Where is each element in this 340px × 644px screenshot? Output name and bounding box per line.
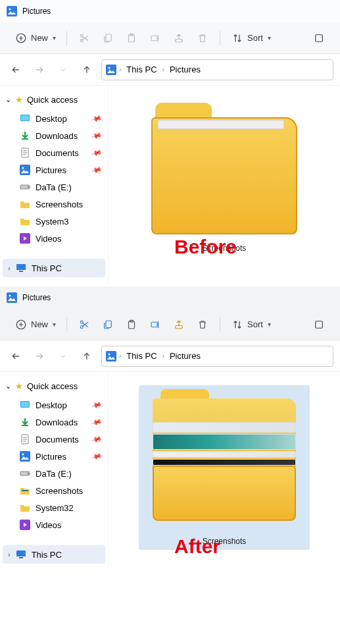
- view-icon: [312, 32, 326, 45]
- sidebar-item-downloads[interactable]: Downloads📌: [3, 414, 105, 431]
- sidebar-item-label: DaTa (E:): [36, 469, 72, 479]
- chevron-down-icon: ⌄: [5, 95, 11, 104]
- sidebar-item-videos[interactable]: Videos: [3, 516, 105, 533]
- svg-rect-8: [151, 36, 157, 41]
- svg-rect-45: [16, 550, 26, 556]
- rename-button[interactable]: [143, 314, 167, 335]
- svg-rect-10: [316, 34, 323, 41]
- paste-button[interactable]: [120, 28, 143, 49]
- svg-rect-37: [21, 402, 29, 407]
- sort-button[interactable]: Sort ▾: [226, 28, 276, 49]
- sort-button[interactable]: Sort ▾: [226, 314, 276, 335]
- sidebar-item-label: Desktop: [36, 400, 67, 410]
- svg-rect-16: [20, 165, 30, 175]
- svg-point-40: [22, 454, 24, 456]
- sidebar-item-downloads[interactable]: Downloads📌: [3, 127, 105, 144]
- copy-button[interactable]: [96, 314, 120, 335]
- svg-rect-23: [7, 292, 17, 303]
- sidebar-item-screenshots[interactable]: Screenshots: [3, 482, 105, 499]
- sidebar-this-pc[interactable]: › This PC: [3, 545, 105, 564]
- sidebar-item-system[interactable]: System3: [3, 213, 105, 230]
- delete-button[interactable]: [191, 28, 214, 49]
- up-button[interactable]: [78, 61, 96, 79]
- pin-icon: 📌: [91, 399, 103, 411]
- quick-access-header[interactable]: ⌄ ★ Quick access: [3, 92, 105, 110]
- content-area[interactable]: Screenshots Before: [109, 86, 340, 284]
- share-button[interactable]: [167, 314, 191, 335]
- chevron-right-icon: ›: [8, 550, 11, 558]
- forward-button[interactable]: [30, 61, 49, 79]
- sidebar-item-drive[interactable]: DaTa (E:): [3, 465, 105, 482]
- sidebar-item-screenshots[interactable]: Screenshots: [3, 196, 105, 213]
- quick-access-header[interactable]: ⌄ ★ Quick access: [3, 379, 105, 396]
- sidebar-item-documents[interactable]: Documents📌: [3, 144, 105, 161]
- sidebar-item-desktop[interactable]: Desktop📌: [3, 110, 105, 127]
- pictures-icon: [20, 165, 30, 175]
- view-button[interactable]: [307, 314, 331, 335]
- new-button[interactable]: New ▾: [9, 314, 61, 335]
- breadcrumb-current[interactable]: Pictures: [167, 63, 203, 76]
- up-button[interactable]: [78, 347, 96, 365]
- recent-dropdown[interactable]: [54, 61, 72, 79]
- sidebar-item-system[interactable]: System32: [3, 499, 105, 516]
- paste-button[interactable]: [120, 314, 143, 335]
- video-icon: [20, 233, 30, 244]
- svg-point-4: [80, 34, 83, 37]
- chevron-down-icon: ▾: [53, 34, 56, 41]
- rename-button[interactable]: [143, 28, 167, 49]
- folder-icon: [20, 502, 30, 513]
- sidebar-this-pc[interactable]: › This PC: [3, 259, 105, 277]
- share-button[interactable]: [167, 28, 191, 49]
- plus-circle-icon: [14, 32, 28, 45]
- trash-icon: [196, 318, 209, 331]
- content-area[interactable]: Screenshots After: [109, 372, 340, 570]
- sort-label: Sort: [247, 33, 263, 43]
- star-icon: ★: [15, 95, 23, 105]
- delete-button[interactable]: [191, 314, 214, 335]
- sidebar-item-pictures[interactable]: Pictures📌: [3, 448, 105, 465]
- view-button[interactable]: [307, 28, 331, 49]
- toolbar: New ▾ Sort ▾: [0, 22, 340, 54]
- sidebar-item-documents[interactable]: Documents📌: [3, 431, 105, 448]
- sort-label: Sort: [247, 319, 263, 329]
- pictures-icon: [106, 351, 116, 362]
- scissors-icon: [78, 318, 91, 331]
- sidebar-item-pictures[interactable]: Pictures📌: [3, 161, 105, 178]
- sidebar-item-label: Documents: [36, 435, 79, 444]
- breadcrumb-root[interactable]: This PC: [124, 63, 159, 76]
- copy-button[interactable]: [96, 28, 120, 49]
- trash-icon: [196, 32, 209, 45]
- svg-rect-14: [21, 115, 29, 121]
- sidebar: ⌄ ★ Quick access Desktop📌 Downloads📌 Doc…: [0, 372, 109, 570]
- breadcrumb-current[interactable]: Pictures: [167, 350, 203, 362]
- chevron-down-icon: ⌄: [5, 382, 11, 390]
- address-bar[interactable]: › This PC › Pictures: [101, 346, 333, 367]
- back-button[interactable]: [7, 347, 25, 365]
- sidebar-item-videos[interactable]: Videos: [3, 230, 105, 247]
- video-icon: [20, 520, 30, 530]
- share-icon: [172, 32, 185, 45]
- breadcrumb-root[interactable]: This PC: [124, 350, 159, 362]
- separator: [220, 317, 220, 332]
- desktop-icon: [20, 113, 30, 124]
- new-label: New: [31, 33, 48, 43]
- sidebar-item-label: Downloads: [36, 417, 78, 427]
- forward-button[interactable]: [30, 347, 49, 365]
- address-bar[interactable]: › This PC › Pictures: [101, 59, 333, 80]
- cut-button[interactable]: [72, 28, 96, 49]
- sidebar-item-drive[interactable]: DaTa (E:): [3, 178, 105, 196]
- sidebar-item-desktop[interactable]: Desktop📌: [3, 396, 105, 414]
- cut-button[interactable]: [72, 314, 96, 335]
- svg-rect-5: [106, 34, 111, 41]
- desktop-icon: [20, 400, 30, 410]
- folder-tile-screenshots[interactable]: Screenshots: [145, 99, 303, 257]
- new-button[interactable]: New ▾: [9, 28, 61, 49]
- back-button[interactable]: [7, 61, 25, 79]
- recent-dropdown[interactable]: [54, 347, 72, 365]
- drive-icon: [20, 468, 30, 479]
- sidebar-item-label: Desktop: [36, 114, 67, 124]
- folder-tile-screenshots[interactable]: Screenshots: [139, 385, 310, 550]
- separator: [66, 317, 67, 332]
- sidebar-item-label: Videos: [36, 520, 62, 530]
- chevron-down-icon: ▾: [53, 321, 56, 328]
